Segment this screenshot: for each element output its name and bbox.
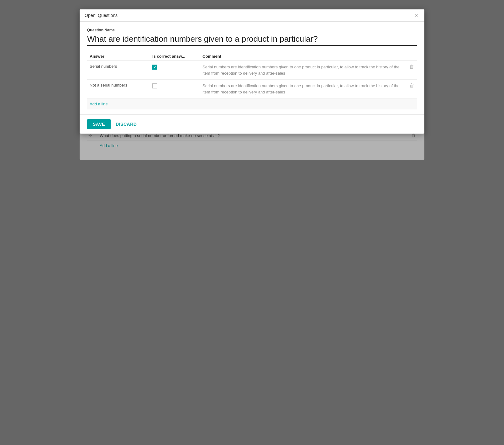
delete-answer-icon[interactable]: 🗑	[409, 83, 414, 88]
save-button[interactable]: SAVE	[87, 119, 111, 129]
correct-cell	[150, 80, 200, 98]
delete-cell: 🗑	[406, 80, 417, 98]
checkbox-container	[152, 83, 197, 88]
add-line-link[interactable]: Add a line	[90, 102, 108, 106]
delete-answer-icon[interactable]: 🗑	[409, 64, 414, 69]
add-line-cell: Add a line	[87, 98, 417, 110]
col-comment-header: Comment	[200, 52, 406, 61]
answers-table-header-row: Answer Is correct answ... Comment	[87, 52, 417, 61]
col-correct-header: Is correct answ...	[150, 52, 200, 61]
correct-checkbox[interactable]	[152, 83, 157, 88]
modal-header: Open: Questions ×	[80, 9, 424, 22]
modal-close-button[interactable]: ×	[413, 13, 419, 18]
page-wrapper: Question generator ✓ Questions Question …	[80, 9, 424, 160]
col-delete-header	[406, 52, 417, 61]
delete-question-icon[interactable]: 🗑	[404, 133, 416, 138]
modal-dialog: Open: Questions × Question Name Answer I…	[80, 9, 424, 134]
answer-text: Serial numbers	[90, 64, 117, 69]
question-name-input[interactable]	[87, 34, 417, 46]
answer-text-cell: Serial numbers	[87, 61, 150, 80]
correct-checkbox[interactable]: ✓	[152, 65, 157, 70]
checkbox-container: ✓	[152, 64, 197, 70]
modal-title: Open: Questions	[85, 13, 118, 18]
answer-text: Not a serial numbers	[90, 83, 127, 87]
answer-row: Not a serial numbers Serial numbers are …	[87, 80, 417, 98]
comment-text: Serial numbers are identification number…	[202, 83, 400, 94]
question-name-label: Question Name	[87, 28, 417, 32]
comment-cell: Serial numbers are identification number…	[200, 61, 406, 80]
modal-footer: SAVE DISCARD	[80, 114, 424, 134]
answers-table-body: Serial numbers ✓ Serial numbers are iden…	[87, 61, 417, 110]
col-answer-header: Answer	[87, 52, 150, 61]
modal-body: Question Name Answer Is correct answ... …	[80, 22, 424, 114]
bg-question-text: What does putting a serial number on bre…	[100, 133, 404, 138]
drag-handle-icon[interactable]: ✛	[88, 133, 100, 138]
comment-text: Serial numbers are identification number…	[202, 65, 400, 76]
add-line-row: Add a line	[87, 98, 417, 110]
answers-table: Answer Is correct answ... Comment Serial…	[87, 52, 417, 109]
delete-cell: 🗑	[406, 61, 417, 80]
answer-row: Serial numbers ✓ Serial numbers are iden…	[87, 61, 417, 80]
bg-add-line[interactable]: Add a line	[87, 141, 417, 151]
answer-text-cell: Not a serial numbers	[87, 80, 150, 98]
comment-cell: Serial numbers are identification number…	[200, 80, 406, 98]
correct-cell: ✓	[150, 61, 200, 80]
discard-button[interactable]: DISCARD	[116, 122, 137, 127]
modal-overlay: Open: Questions × Question Name Answer I…	[80, 9, 424, 134]
